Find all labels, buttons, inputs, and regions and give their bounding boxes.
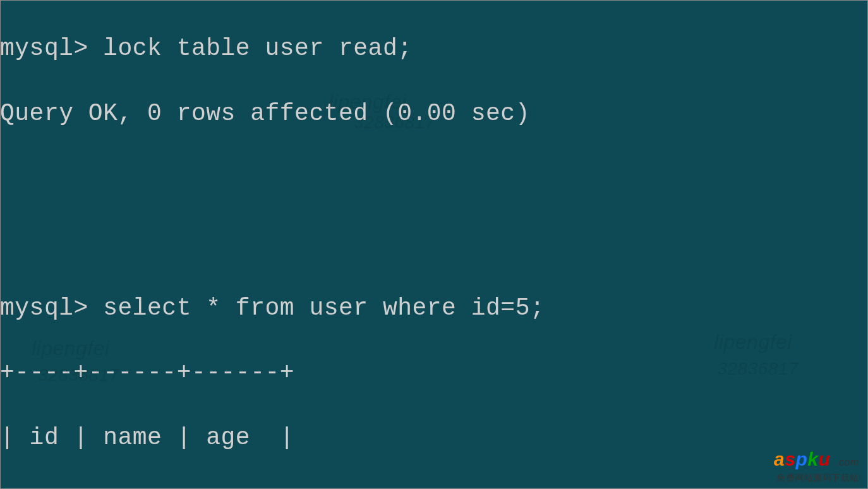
brand-letter: p — [795, 449, 807, 469]
table-header: | id | name | age | — [0, 421, 868, 454]
brand-logo: aspku — [774, 449, 836, 469]
site-watermark: aspku .com 免费网站源码下载站! — [774, 447, 862, 484]
terminal-line: mysql> lock table user read; — [0, 32, 868, 64]
terminal-line: Query OK, 0 rows affected (0.00 sec) — [0, 97, 868, 130]
terminal-output[interactable]: mysql> lock table user read; Query OK, 0… — [0, 0, 868, 489]
terminal-line — [0, 162, 868, 194]
brand-tagline: 免费网站源码下载站! — [776, 472, 862, 484]
terminal-line — [0, 227, 868, 259]
table-border: +----+------+------+ — [0, 356, 868, 389]
table-border: +----+------+------+ — [0, 486, 868, 489]
brand-letter: s — [785, 449, 795, 469]
terminal-line: mysql> select * from user where id=5; — [0, 292, 868, 324]
brand-letter: a — [774, 449, 785, 469]
brand-suffix: .com — [836, 457, 859, 468]
brand-letter: u — [819, 449, 831, 469]
brand-letter: k — [807, 449, 818, 469]
